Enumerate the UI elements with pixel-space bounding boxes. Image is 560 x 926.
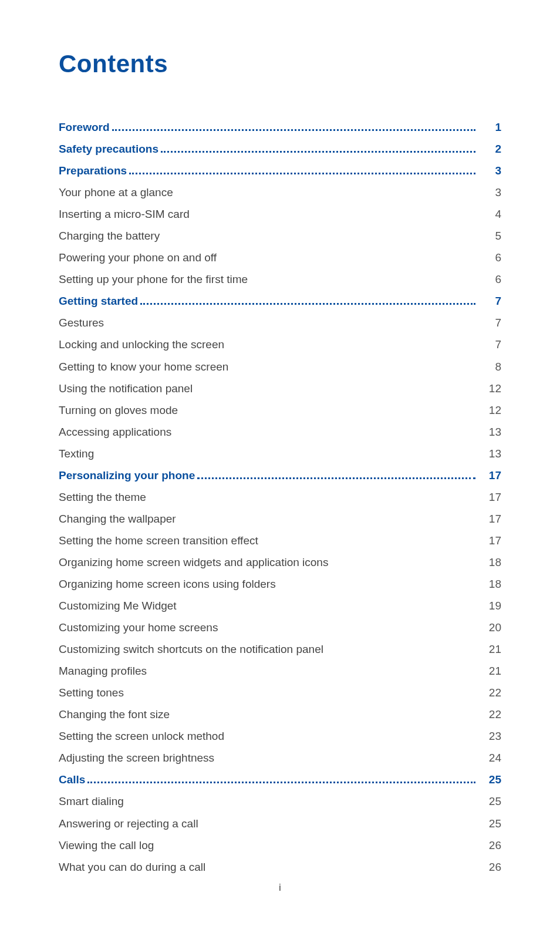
page-number-footer: i	[0, 882, 560, 894]
toc-label: Charging the battery	[59, 228, 160, 244]
toc-label: Gestures	[59, 315, 104, 331]
toc-section[interactable]: Foreword1	[59, 119, 501, 136]
toc-label: Answering or rejecting a call	[59, 816, 198, 832]
toc-subentry[interactable]: Viewing the call log26	[59, 837, 501, 854]
toc-subentry[interactable]: Answering or rejecting a call25	[59, 816, 501, 832]
toc-label: Customizing switch shortcuts on the noti…	[59, 641, 323, 658]
toc-subentry[interactable]: Organizing home screen widgets and appli…	[59, 554, 501, 571]
toc-label: Customizing your home screens	[59, 619, 218, 636]
toc-label: What you can do during a call	[59, 859, 205, 876]
toc-subentry[interactable]: Smart dialing25	[59, 793, 501, 810]
toc-page-number: 24	[478, 750, 501, 766]
toc-page-number: 25	[478, 772, 501, 788]
toc-subentry[interactable]: Charging the battery5	[59, 228, 501, 244]
toc-label: Managing profiles	[59, 663, 147, 679]
toc-label: Customizing Me Widget	[59, 598, 177, 614]
toc-page-number: 3	[478, 163, 501, 179]
toc-page-number: 18	[478, 554, 501, 571]
toc-leader-dots	[129, 166, 475, 174]
toc-page-number: 23	[478, 728, 501, 745]
toc-leader-dots	[140, 297, 475, 305]
toc-page-number: 21	[478, 641, 501, 658]
toc-subentry[interactable]: Customizing your home screens20	[59, 619, 501, 636]
toc-label: Inserting a micro-SIM card	[59, 206, 190, 223]
toc-label: Getting to know your home screen	[59, 359, 228, 375]
toc-label: Foreword	[59, 119, 110, 136]
table-of-contents: Foreword1Safety precautions2Preparations…	[59, 119, 501, 875]
toc-page-number: 17	[478, 489, 501, 506]
toc-leader-dots	[197, 470, 475, 479]
toc-label: Getting started	[59, 293, 138, 309]
toc-subentry[interactable]: Accessing applications13	[59, 424, 501, 440]
page-title: Contents	[59, 50, 501, 78]
toc-leader-dots	[87, 775, 475, 783]
toc-page-number: 17	[478, 533, 501, 549]
toc-subentry[interactable]: Managing profiles21	[59, 663, 501, 679]
toc-label: Calls	[59, 772, 85, 788]
toc-subentry[interactable]: Setting up your phone for the first time…	[59, 271, 501, 288]
toc-page-number: 1	[478, 119, 501, 136]
toc-page-number: 12	[478, 380, 501, 397]
toc-subentry[interactable]: Customizing switch shortcuts on the noti…	[59, 641, 501, 658]
toc-subentry[interactable]: Organizing home screen icons using folde…	[59, 576, 501, 592]
toc-leader-dots	[161, 144, 475, 153]
toc-subentry[interactable]: Using the notification panel12	[59, 380, 501, 397]
toc-page-number: 22	[478, 685, 501, 701]
toc-page-number: 12	[478, 402, 501, 419]
toc-label: Organizing home screen icons using folde…	[59, 576, 276, 592]
toc-page-number: 25	[478, 793, 501, 810]
toc-subentry[interactable]: Texting13	[59, 446, 501, 462]
toc-label: Turning on gloves mode	[59, 402, 178, 419]
toc-label: Safety precautions	[59, 141, 158, 157]
toc-page-number: 7	[478, 336, 501, 353]
toc-subentry[interactable]: Changing the font size22	[59, 706, 501, 723]
toc-label: Using the notification panel	[59, 380, 193, 397]
toc-subentry[interactable]: Powering your phone on and off6	[59, 250, 501, 266]
toc-page-number: 26	[478, 837, 501, 854]
toc-subentry[interactable]: Setting tones22	[59, 685, 501, 701]
toc-section[interactable]: Calls25	[59, 772, 501, 788]
toc-subentry[interactable]: Turning on gloves mode12	[59, 402, 501, 419]
toc-page-number: 19	[478, 598, 501, 614]
toc-page-number: 6	[478, 271, 501, 288]
toc-subentry[interactable]: Inserting a micro-SIM card4	[59, 206, 501, 223]
toc-subentry[interactable]: Changing the wallpaper17	[59, 511, 501, 527]
toc-subentry[interactable]: Adjusting the screen brightness24	[59, 750, 501, 766]
toc-label: Smart dialing	[59, 793, 124, 810]
toc-subentry[interactable]: Setting the theme17	[59, 489, 501, 506]
toc-subentry[interactable]: Customizing Me Widget19	[59, 598, 501, 614]
toc-page-number: 20	[478, 619, 501, 636]
toc-subentry[interactable]: Getting to know your home screen8	[59, 359, 501, 375]
toc-label: Personalizing your phone	[59, 467, 195, 484]
toc-page-number: 8	[478, 359, 501, 375]
toc-subentry[interactable]: Locking and unlocking the screen7	[59, 336, 501, 353]
toc-page-number: 13	[478, 446, 501, 462]
toc-subentry[interactable]: Setting the screen unlock method23	[59, 728, 501, 745]
toc-page-number: 26	[478, 859, 501, 876]
toc-page-number: 17	[478, 511, 501, 527]
toc-section[interactable]: Preparations3	[59, 163, 501, 179]
toc-label: Changing the wallpaper	[59, 511, 176, 527]
toc-label: Setting the home screen transition effec…	[59, 533, 258, 549]
toc-subentry[interactable]: Setting the home screen transition effec…	[59, 533, 501, 549]
toc-section[interactable]: Getting started7	[59, 293, 501, 309]
toc-section[interactable]: Personalizing your phone17	[59, 467, 501, 484]
toc-page-number: 3	[478, 184, 501, 201]
toc-subentry[interactable]: Your phone at a glance3	[59, 184, 501, 201]
toc-page-number: 6	[478, 250, 501, 266]
toc-leader-dots	[112, 123, 475, 131]
toc-subentry[interactable]: What you can do during a call26	[59, 859, 501, 876]
toc-page-number: 17	[478, 467, 501, 484]
toc-label: Changing the font size	[59, 706, 170, 723]
toc-page-number: 22	[478, 706, 501, 723]
toc-page-number: 21	[478, 663, 501, 679]
toc-page-number: 5	[478, 228, 501, 244]
toc-page-number: 18	[478, 576, 501, 592]
toc-label: Organizing home screen widgets and appli…	[59, 554, 328, 571]
toc-label: Your phone at a glance	[59, 184, 173, 201]
toc-subentry[interactable]: Gestures7	[59, 315, 501, 331]
toc-label: Locking and unlocking the screen	[59, 336, 224, 353]
toc-section[interactable]: Safety precautions2	[59, 141, 501, 157]
toc-page-number: 25	[478, 816, 501, 832]
toc-label: Adjusting the screen brightness	[59, 750, 214, 766]
